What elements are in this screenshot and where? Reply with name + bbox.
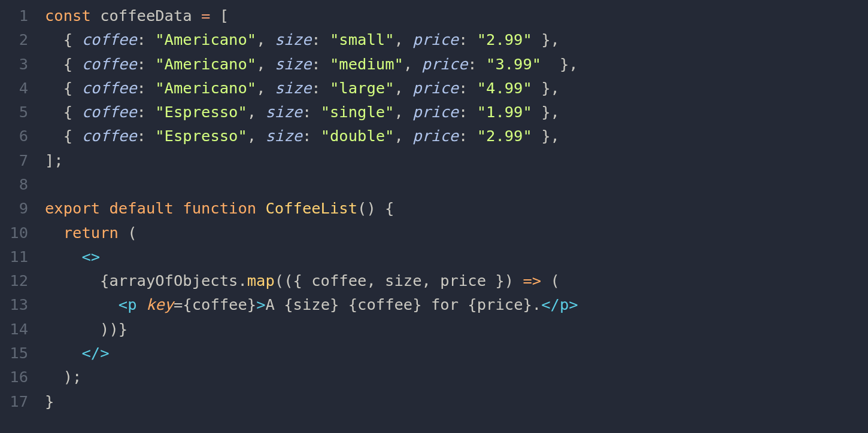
code-token: coffee (357, 295, 412, 313)
code-token: , (422, 272, 441, 289)
code-line[interactable]: ))} (45, 317, 578, 341)
line-number: 3 (0, 52, 33, 76)
code-token (192, 7, 201, 25)
code-token: price (440, 272, 486, 289)
code-token: "Americano" (155, 79, 256, 97)
code-token: const (45, 7, 91, 25)
code-line[interactable]: <p key={coffee}>A {size} {coffee} for {p… (45, 292, 578, 316)
code-token: key (146, 295, 174, 313)
code-token: "3.99" (486, 55, 541, 73)
line-number: 17 (0, 389, 33, 413)
code-line[interactable]: ); (45, 365, 578, 389)
code-token: size (266, 127, 302, 145)
line-number: 8 (0, 172, 33, 196)
code-token: } (45, 392, 54, 410)
code-token: price (412, 79, 459, 97)
code-editor[interactable]: 1234567891011121314151617 const coffeeDa… (0, 0, 868, 433)
code-token: = (174, 295, 183, 313)
code-token (174, 199, 183, 217)
code-token: default (109, 199, 173, 217)
code-line[interactable]: { coffee: "Americano", size: "small", pr… (45, 28, 578, 51)
code-token: p (560, 295, 569, 313)
code-token: coffeeData (100, 7, 192, 25)
code-token: : (459, 31, 477, 48)
code-token: "small" (330, 31, 394, 48)
code-line[interactable]: { coffee: "Americano", size: "medium", p… (45, 52, 578, 76)
code-token: ); (45, 368, 81, 386)
code-token: => (523, 272, 541, 289)
code-token: coffee (311, 272, 366, 289)
code-token: "medium" (330, 55, 403, 73)
code-token: p (128, 295, 136, 313)
code-token: , (403, 55, 422, 73)
line-number: 9 (0, 196, 33, 220)
code-token: "double" (321, 127, 394, 145)
code-line[interactable]: export default function CoffeeList() { (45, 196, 578, 220)
code-token: coffee (81, 79, 136, 97)
code-token: CoffeeList (266, 199, 358, 217)
code-token: : (459, 103, 477, 121)
code-token: : (302, 127, 321, 145)
code-token: "2.99" (477, 31, 532, 48)
code-token: : (311, 31, 330, 48)
code-token: } (412, 295, 421, 313)
code-token: : (302, 103, 321, 121)
code-token: (({ (275, 272, 311, 289)
code-token (45, 224, 63, 242)
line-number: 5 (0, 100, 33, 124)
code-token: "Americano" (155, 55, 256, 73)
code-token: < (119, 295, 128, 313)
code-line[interactable]: <> (45, 245, 578, 269)
code-token: size (275, 79, 311, 97)
code-token (137, 295, 146, 313)
line-number: 7 (0, 148, 33, 172)
code-token: { (45, 127, 81, 145)
code-token: }, (532, 103, 560, 121)
code-token: price (422, 55, 468, 73)
code-line[interactable]: const coffeeData = [ (45, 4, 578, 28)
code-token: { (45, 272, 109, 289)
code-line[interactable]: ]; (45, 148, 578, 172)
code-area[interactable]: const coffeeData = [ { coffee: "American… (33, 0, 578, 433)
line-number: 10 (0, 221, 33, 245)
line-number: 2 (0, 28, 33, 51)
line-number: 16 (0, 365, 33, 389)
code-token: A (266, 295, 284, 313)
code-line[interactable] (45, 172, 578, 196)
code-token: }, (532, 127, 560, 145)
code-token (256, 199, 265, 217)
code-line[interactable]: {arrayOfObjects.map(({ coffee, size, pri… (45, 269, 578, 292)
code-token: : (311, 55, 330, 73)
code-token: size (275, 55, 311, 73)
code-token: , (366, 272, 385, 289)
code-token: }, (532, 31, 560, 48)
code-token: price (412, 31, 459, 48)
code-line[interactable]: { coffee: "Espresso", size: "single", pr… (45, 100, 578, 124)
code-token: arrayOfObjects (109, 272, 238, 289)
code-token (100, 199, 109, 217)
code-line[interactable]: { coffee: "Espresso", size: "double", pr… (45, 124, 578, 148)
code-token: : (459, 79, 477, 97)
code-token: { (45, 55, 81, 73)
code-line[interactable]: </> (45, 341, 578, 365)
code-line[interactable]: } (45, 389, 578, 413)
code-token: { (348, 295, 357, 313)
code-token: price (412, 103, 459, 121)
code-token: { (45, 31, 81, 48)
code-token: "2.99" (477, 127, 532, 145)
code-token (339, 295, 348, 313)
code-token: = (201, 7, 210, 25)
code-line[interactable]: return ( (45, 221, 578, 245)
code-token (45, 175, 54, 193)
code-token: > (569, 295, 578, 313)
code-token: size (385, 272, 421, 289)
code-token: size (275, 31, 311, 48)
code-token: , (394, 31, 412, 48)
code-line[interactable]: { coffee: "Americano", size: "large", pr… (45, 76, 578, 100)
code-token: size (293, 295, 330, 313)
code-token: , (247, 103, 266, 121)
line-number-gutter: 1234567891011121314151617 (0, 0, 33, 433)
line-number: 1 (0, 4, 33, 28)
code-token: > (256, 295, 265, 313)
code-token: : (459, 127, 477, 145)
